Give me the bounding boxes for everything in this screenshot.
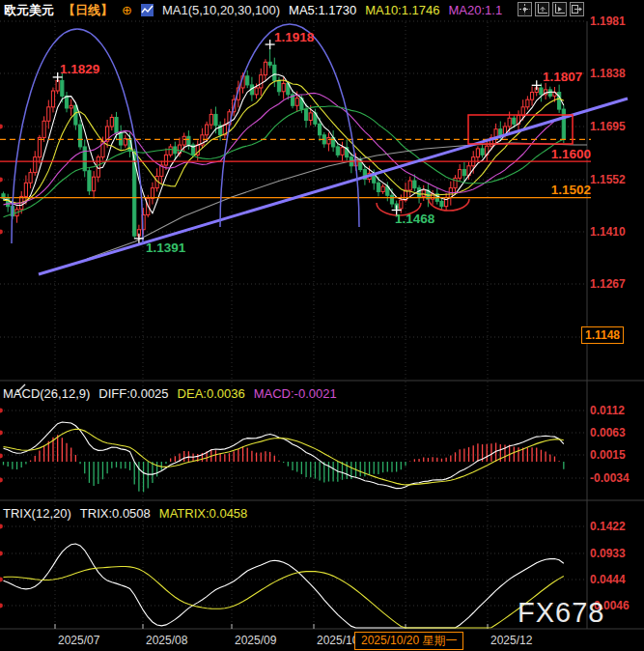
period-label: 【日线】 [63, 2, 113, 19]
kline-chart-icon[interactable] [141, 4, 154, 16]
panel-separators [0, 21, 644, 629]
shift-forward-icon[interactable] [570, 2, 584, 16]
trix-matrix-value: MATRIX:0.0458 [159, 506, 248, 521]
macd-axis-label: 0.0015 [590, 448, 626, 462]
macd-dea-value: DEA:0.0036 [178, 386, 245, 401]
trix-axis-label: 0.0444 [590, 573, 626, 586]
swing-level-label: 1.1807 [543, 70, 582, 84]
macd-axis-label: 0.0063 [590, 426, 626, 439]
ma10-value: MA10:1.1746 [365, 3, 439, 17]
chart-toolbar [518, 2, 584, 16]
trix-axis-label: 0.1422 [590, 520, 626, 533]
x-axis-label: 2025/07 [58, 634, 99, 647]
ma20-value: MA20:1.1 [449, 3, 503, 17]
fit-x-axis-icon[interactable] [552, 2, 567, 16]
price-axis-label: 1.1410 [590, 225, 626, 239]
symbol-name: 欧元美元 [4, 2, 54, 19]
trend-line [39, 99, 628, 274]
gridlines [0, 21, 587, 628]
trix-axis-label: 0.0933 [590, 547, 626, 560]
macd-value: MACD:-0.0021 [254, 386, 337, 401]
x-axis-label: 2025/10 [317, 634, 358, 647]
swing-level-label: 1.1918 [274, 30, 315, 44]
trix-header: TRIX(12,20)TRIX:0.0508MATRIX:0.0458 [3, 506, 256, 521]
support-level-label: 1.1600 [551, 147, 591, 161]
trix-panel [4, 544, 564, 628]
watermark: FX678 [518, 597, 604, 629]
cursor-price-label: 1.1148 [581, 326, 624, 344]
x-axis-label: 2025/08 [146, 634, 187, 647]
macd-axis-label: 0.0112 [590, 404, 625, 417]
price-axis-label: 1.1695 [590, 120, 626, 133]
swing-level-label: 1.1468 [395, 212, 435, 226]
ellipse-annotation [220, 24, 359, 227]
support-level-label: 1.1502 [551, 183, 591, 197]
bottom-arc-annotation [429, 199, 469, 211]
trix-params-label: TRIX(12,20) [3, 506, 71, 521]
fit-y-axis-icon[interactable] [535, 2, 549, 16]
x-axis-label: 2025/12 [490, 634, 532, 647]
plus-circle-icon[interactable]: ⊕ [122, 3, 132, 17]
macd-axis-label: -0.0034 [590, 471, 630, 485]
x-axis-label: 2025/09 [235, 634, 276, 647]
trix-value: TRIX:0.0508 [80, 506, 151, 521]
macd-diff-value: DIFF:0.0025 [98, 386, 168, 401]
cursor-date-label: 2025/10/20 星期一 [354, 632, 463, 650]
ma-group-label: MA1(5,10,20,30,100) [162, 3, 280, 17]
price-axis-label: 1.1552 [590, 173, 626, 186]
chart-window: 1.16001.15021.18291.19181.18071.13911.14… [0, 0, 644, 651]
swing-level-label: 1.1391 [146, 241, 186, 255]
chart-canvas[interactable]: 1.16001.15021.18291.19181.18071.13911.14… [0, 0, 644, 651]
price-axis-label: 1.1267 [590, 277, 626, 291]
price-axis-label: 1.1838 [590, 67, 626, 80]
macd-header: MACD(26,12,9)DIFF:0.0025DEA:0.0036MACD:-… [3, 386, 346, 401]
swing-level-label: 1.1829 [60, 62, 99, 76]
ma5-value: MA5:1.1730 [289, 3, 356, 17]
macd-params-label: MACD(26,12,9) [3, 386, 90, 401]
pan-crosshair-icon[interactable] [518, 2, 532, 16]
